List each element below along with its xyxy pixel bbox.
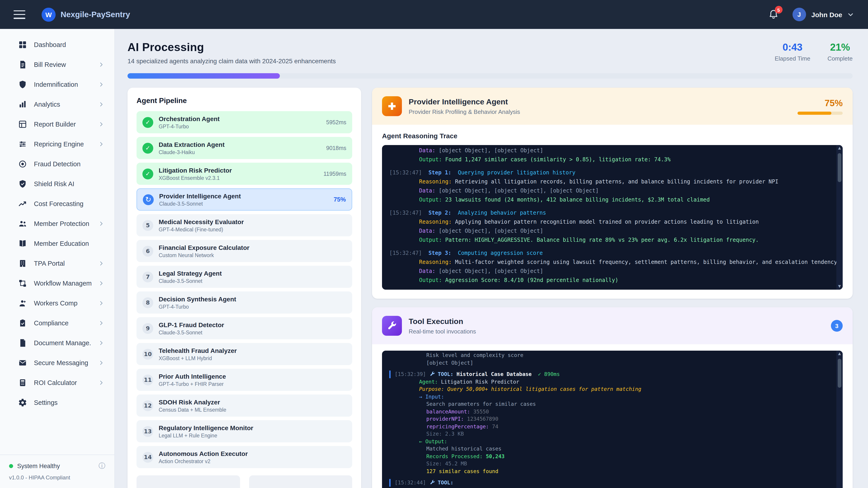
pipeline-agent-glp-1-fraud-detector[interactable]: 9GLP-1 Fraud DetectorClaude-3.5-Sonnet [136, 317, 352, 339]
sidebar-item-member-protection[interactable]: Member Protection [0, 214, 114, 234]
sidebar: DashboardBill ReviewIndemnificationAnaly… [0, 29, 115, 488]
agent-step-number: 14 [143, 452, 153, 462]
elapsed-time-value: 0:43 [775, 41, 810, 53]
chevron-right-icon [98, 280, 104, 287]
sliders-icon [18, 140, 27, 149]
pipeline-agent-decision-synthesis-agent[interactable]: 8Decision Synthesis AgentGPT-4-Turbo [136, 291, 352, 314]
agent-model: Claude-3-Haiku [159, 150, 321, 155]
agent-step-number: 9 [143, 323, 153, 334]
sidebar-item-label: Document Manage... [34, 339, 91, 347]
sidebar-item-member-education[interactable]: Member Education [0, 234, 114, 254]
sidebar-item-repricing-engine[interactable]: Repricing Engine [0, 134, 114, 154]
medical-plus-icon [382, 96, 402, 116]
agent-name: Prior Auth Intelligence [159, 373, 346, 380]
pipeline-agent-telehealth-fraud-analyzer[interactable]: 10Telehealth Fraud AnalyzerXGBoost + LLM… [136, 343, 352, 365]
wrench-icon [382, 316, 402, 336]
shield-check-icon [18, 180, 27, 188]
sidebar-item-roi-calculator[interactable]: ROI Calculator [0, 373, 114, 393]
target-icon [18, 160, 27, 168]
tool-execution-terminal[interactable]: Risk level and complexity score[object O… [382, 351, 843, 488]
pipeline-title: Agent Pipeline [136, 97, 352, 105]
agent-step-number: 6 [143, 246, 153, 256]
agent-model: GPT-4-Turbo [159, 124, 321, 129]
sidebar-item-analytics[interactable]: Analytics [0, 94, 114, 114]
pipeline-agent-litigation-risk-predictor[interactable]: ✓Litigation Risk PredictorXGBoost Ensemb… [136, 163, 352, 185]
pipeline-stat-box [249, 475, 352, 488]
agent-duration: 5952ms [326, 119, 346, 125]
sidebar-item-cost-forecasting[interactable]: Cost Forecasting [0, 194, 114, 214]
agent-model: Claude-3.5-Sonnet [159, 278, 346, 284]
tool-call-line: [15:32:44]TOOL: [389, 479, 829, 486]
sidebar-footer: System Healthy ⓘ v1.0.0 - HIPAA Complian… [0, 455, 114, 488]
shield-icon [18, 80, 27, 89]
scroll-down-arrow[interactable]: ▼ [838, 285, 841, 288]
agent-step-number: 13 [143, 426, 153, 437]
sidebar-item-dashboard[interactable]: Dashboard [0, 35, 114, 55]
sidebar-nav: DashboardBill ReviewIndemnificationAnaly… [0, 35, 114, 413]
brand-logo[interactable]: W [41, 7, 56, 22]
terminal-line: Output: Aggression Score: 8.4/10 (92nd p… [389, 275, 829, 285]
sidebar-item-label: Compliance [34, 320, 91, 327]
sidebar-item-label: Fraud Detection [34, 160, 104, 168]
elapsed-time-label: Elapsed Time [775, 55, 810, 62]
sidebar-item-shield-risk-ai[interactable]: Shield Risk AI [0, 174, 114, 194]
sidebar-item-workflow-managem[interactable]: Workflow Managem... [0, 273, 114, 293]
pipeline-agent-financial-exposure-calculator[interactable]: 6Financial Exposure CalculatorCustom Neu… [136, 240, 352, 262]
pipeline-agent-sdoh-risk-analyzer[interactable]: 12SDOH Risk AnalyzerCensus Data + ML Ens… [136, 394, 352, 417]
menu-icon[interactable] [13, 10, 25, 19]
scrollbar-thumb[interactable] [838, 153, 841, 182]
scrollbar-thumb[interactable] [838, 359, 841, 388]
sidebar-item-label: Member Protection [34, 220, 91, 227]
sidebar-item-document-manage[interactable]: Document Manage... [0, 333, 114, 353]
terminal-line: Reasoning: Retrieving all litigation rec… [389, 177, 829, 186]
scroll-up-arrow[interactable]: ▲ [838, 352, 841, 356]
pipeline-agent-provider-intelligence-agent[interactable]: ↻Provider Intelligence AgentClaude-3.5-S… [136, 188, 352, 210]
agent-model: Custom Neural Network [159, 253, 346, 258]
user-name[interactable]: John Doe [811, 11, 842, 18]
overall-progress-fill [127, 73, 280, 78]
sidebar-item-settings[interactable]: Settings [0, 393, 114, 413]
main-content: AI Processing 14 specialized agents anal… [115, 29, 868, 488]
sidebar-item-fraud-detection[interactable]: Fraud Detection [0, 154, 114, 174]
notifications-button[interactable]: 5 [768, 9, 779, 20]
spinner-icon: ↻ [143, 194, 154, 205]
terminal-line: [15:32:47] Step 3: Computing aggression … [389, 249, 829, 258]
pipeline-agent-prior-auth-intelligence[interactable]: 11Prior Auth IntelligenceGPT-4-Turbo + F… [136, 369, 352, 391]
tool-count-badge: 3 [831, 320, 843, 332]
sidebar-item-tpa-portal[interactable]: TPA Portal [0, 254, 114, 273]
terminal-scrollbar[interactable]: ▲ ▼ [836, 351, 843, 488]
sidebar-item-workers-comp[interactable]: Workers Comp [0, 293, 114, 313]
terminal-scrollbar[interactable]: ▲ ▼ [836, 145, 843, 290]
terminal-line: Data: [object Object], [object Object], … [389, 186, 829, 195]
sidebar-item-label: Repricing Engine [34, 140, 91, 148]
scroll-up-arrow[interactable]: ▲ [838, 147, 841, 150]
sidebar-item-label: Workers Comp [34, 300, 91, 307]
agent-step-number: 5 [143, 220, 153, 231]
chevron-down-icon[interactable] [847, 11, 855, 18]
sidebar-item-indemnification[interactable]: Indemnification [0, 74, 114, 94]
terminal-line: [object Object] [389, 359, 829, 366]
info-icon[interactable]: ⓘ [98, 462, 105, 470]
sidebar-item-compliance[interactable]: Compliance [0, 313, 114, 333]
sidebar-item-label: Secure Messaging [34, 359, 91, 366]
dashboard-icon [18, 40, 27, 49]
terminal-line: Size: 45.2 MB [389, 460, 829, 467]
pipeline-agent-orchestration-agent[interactable]: ✓Orchestration AgentGPT-4-Turbo5952ms [136, 111, 352, 133]
pipeline-agent-legal-strategy-agent[interactable]: 7Legal Strategy AgentClaude-3.5-Sonnet [136, 266, 352, 288]
agent-name: SDOH Risk Analyzer [159, 398, 346, 406]
agent-step-number: 11 [143, 375, 153, 385]
pipeline-agent-medical-necessity-evaluator[interactable]: 5Medical Necessity EvaluatorGPT-4-Medica… [136, 214, 352, 236]
sidebar-item-report-builder[interactable]: Report Builder [0, 114, 114, 134]
chevron-right-icon [98, 300, 104, 306]
sidebar-item-bill-review[interactable]: Bill Review [0, 55, 114, 74]
pipeline-agent-regulatory-intelligence-monitor[interactable]: 13Regulatory Intelligence MonitorLegal L… [136, 420, 352, 442]
sidebar-item-label: Cost Forecasting [34, 200, 104, 207]
tool-call-line: [15:32:39]TOOL: Historical Case Database… [389, 370, 829, 378]
pipeline-agent-autonomous-action-executor[interactable]: 14Autonomous Action ExecutorAction Orche… [136, 446, 352, 468]
pipeline-agent-data-extraction-agent[interactable]: ✓Data Extraction AgentClaude-3-Haiku9018… [136, 137, 352, 159]
agent-model: Claude-3.5-Sonnet [159, 330, 346, 335]
reasoning-trace-terminal[interactable]: Data: [object Object], [object Object]Ou… [382, 145, 843, 290]
sidebar-item-secure-messaging[interactable]: Secure Messaging [0, 353, 114, 373]
avatar[interactable]: J [792, 8, 806, 21]
sidebar-item-label: Dashboard [34, 41, 104, 48]
